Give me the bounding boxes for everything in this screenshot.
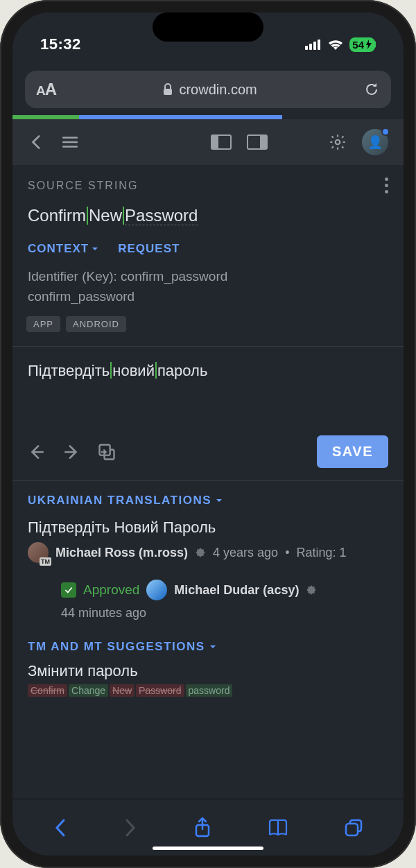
user-avatar[interactable]: 👤 <box>362 129 388 155</box>
translation-rating: Rating: 1 <box>296 546 346 560</box>
battery-indicator: 54 <box>349 37 375 52</box>
save-button[interactable]: SAVE <box>317 435 388 468</box>
request-link[interactable]: REQUEST <box>118 242 180 256</box>
tags-row: APP ANDROID <box>12 311 404 346</box>
status-time: 15:32 <box>40 35 81 53</box>
screen: 15:32 54 AA crowdin <box>12 12 404 856</box>
next-string-icon[interactable] <box>62 443 80 461</box>
phone-frame: 15:32 54 AA crowdin <box>0 0 416 868</box>
menu-icon[interactable] <box>61 133 79 151</box>
approver-avatar <box>146 580 167 600</box>
svg-rect-8 <box>260 135 267 149</box>
wifi-icon <box>327 38 344 51</box>
translations-section-title[interactable]: UKRAINIAN TRANSLATIONS <box>12 481 404 512</box>
battery-percent: 54 <box>352 39 364 51</box>
editor-toolbar: 👤 <box>12 119 404 165</box>
approved-time: 44 minutes ago <box>12 603 404 627</box>
browser-forward-icon <box>123 817 138 838</box>
svg-rect-6 <box>211 135 218 149</box>
url-domain: crowdin.com <box>179 82 257 98</box>
source-section-header: SOURCE STRING <box>12 165 404 196</box>
more-options-icon[interactable] <box>385 177 388 193</box>
home-indicator[interactable] <box>153 847 263 850</box>
browser-url-bar[interactable]: AA crowdin.com <box>25 71 391 108</box>
svg-rect-0 <box>305 46 308 50</box>
tm-suggestion-text[interactable]: Змінити пароль <box>12 658 404 684</box>
notification-dot <box>381 128 390 136</box>
tm-diff-bar: Confirm Change New Password password <box>12 684 404 701</box>
panel-right-icon[interactable] <box>247 134 268 150</box>
svg-rect-1 <box>309 44 312 50</box>
verified-icon <box>306 584 317 596</box>
approved-check-icon <box>61 582 76 598</box>
tabs-icon[interactable] <box>344 818 363 837</box>
copy-source-icon[interactable] <box>97 442 116 462</box>
lock-icon <box>162 83 173 96</box>
svg-point-9 <box>336 140 340 145</box>
reload-icon[interactable] <box>363 81 380 98</box>
source-string-text: ConfirmNewPassword <box>12 196 404 229</box>
translation-time: 4 years ago <box>213 546 278 560</box>
tm-section-title[interactable]: TM AND MT SUGGESTIONS <box>12 627 404 658</box>
approved-label: Approved <box>83 582 139 598</box>
approved-row: Approved Michael Dudar (acsy) <box>12 570 404 603</box>
text-size-icon[interactable]: AA <box>36 80 56 99</box>
svg-rect-3 <box>318 40 320 50</box>
tag-android[interactable]: ANDROID <box>66 316 126 332</box>
context-toggle[interactable]: CONTEXT <box>28 242 98 256</box>
svg-rect-2 <box>313 42 316 50</box>
verified-icon <box>195 547 206 558</box>
svg-rect-4 <box>164 89 172 95</box>
source-string-label: SOURCE STRING <box>28 180 138 192</box>
author-avatar: TM <box>28 542 49 563</box>
panel-left-icon[interactable] <box>211 134 232 150</box>
share-icon[interactable] <box>193 817 211 839</box>
tag-app[interactable]: APP <box>26 316 60 332</box>
back-icon[interactable] <box>28 133 46 151</box>
browser-back-icon[interactable] <box>53 817 68 838</box>
context-row: CONTEXT REQUEST <box>12 229 404 263</box>
prev-string-icon[interactable] <box>28 443 46 461</box>
translation-input[interactable]: Підтвердітьновийпароль <box>12 347 404 430</box>
author-name: Michael Ross (m.ross) <box>55 546 188 560</box>
identifier-block: Identifier (Key): confirm_password confi… <box>12 263 404 311</box>
cellular-signal-icon <box>305 39 322 50</box>
gear-icon[interactable] <box>329 133 347 151</box>
editor-actions: SAVE <box>12 430 404 480</box>
svg-rect-12 <box>346 824 358 835</box>
notch <box>153 12 263 42</box>
approver-name: Michael Dudar (acsy) <box>174 583 299 598</box>
bookmarks-icon[interactable] <box>267 818 289 837</box>
translation-entry[interactable]: Підтвердіть Новий Пароль TM Michael Ross… <box>12 512 404 570</box>
translation-text: Підтвердіть Новий Пароль <box>28 519 388 537</box>
